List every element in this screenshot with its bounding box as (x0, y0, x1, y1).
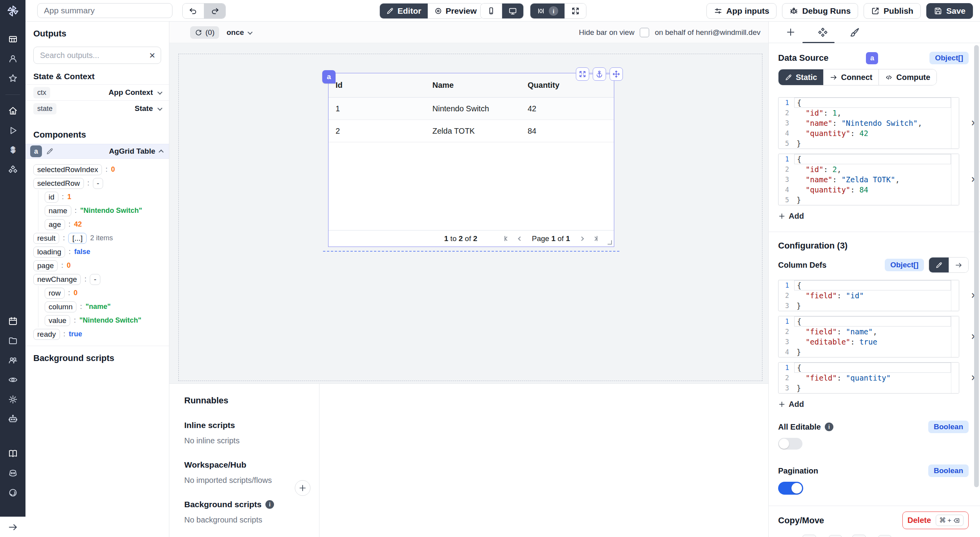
output-key-pill[interactable]: selectedRow (33, 178, 84, 189)
tab-editor[interactable]: Editor (380, 4, 428, 18)
output-key-pill[interactable]: loading (33, 247, 65, 258)
table-cell: Nintendo Switch (425, 104, 521, 113)
column-def-json-editor[interactable]: 1{2 "field": "name",3 "editable": true4} (778, 316, 959, 357)
info-icon[interactable]: i (265, 500, 274, 509)
editor-preview-toggle: Editor Preview (379, 3, 483, 19)
sidebar-item-home-icon[interactable] (8, 106, 18, 116)
output-key-pill[interactable]: age (45, 219, 65, 230)
sidebar-item-dollar-icon[interactable] (8, 145, 18, 155)
info-icon[interactable]: i (825, 423, 833, 431)
hide-bar-checkbox[interactable] (640, 28, 649, 37)
publish-button[interactable]: Publish (864, 3, 921, 19)
static-tab[interactable]: Static (779, 69, 823, 85)
desktop-view-button[interactable] (502, 4, 523, 18)
sidebar-item-apps-icon[interactable] (8, 34, 18, 44)
output-key-pill[interactable]: newChange (33, 274, 81, 285)
delete-component-button[interactable]: Delete ⌘+ (902, 512, 969, 529)
expand-sidebar-button[interactable] (8, 522, 18, 532)
scrollbar-thumb[interactable] (974, 45, 979, 487)
output-item-selectedRow: selectedRow:- (33, 176, 161, 190)
add-background-script-button[interactable] (295, 480, 310, 496)
sidebar-item-play-icon[interactable] (8, 125, 18, 136)
undo-button[interactable] (183, 4, 204, 18)
table-row[interactable]: 2Zelda TOTK84 (328, 120, 614, 142)
mobile-view-button[interactable] (481, 4, 502, 18)
sidebar-item-github-icon[interactable] (8, 488, 18, 498)
coldefs-connect-button[interactable] (949, 258, 968, 272)
tab-preview[interactable]: Preview (428, 4, 483, 18)
table-row[interactable]: 1Nintendo Switch42 (328, 98, 614, 120)
sidebar-item-groups-icon[interactable] (8, 355, 18, 365)
sidebar-item-discord-icon[interactable] (8, 468, 18, 478)
column-header[interactable]: Id (328, 81, 425, 90)
compute-tab[interactable]: Compute (878, 69, 936, 85)
anchor-component-button[interactable] (593, 67, 606, 81)
clear-search-icon[interactable]: × (149, 50, 155, 60)
add-column-def-button[interactable]: Add (778, 400, 825, 409)
colon: : (105, 165, 107, 174)
output-value-pill[interactable]: - (93, 178, 103, 189)
app-inputs-button[interactable]: App inputs (706, 3, 777, 19)
sidebar-item-star-icon[interactable] (8, 73, 18, 83)
toggle-outputs-button[interactable]: i (530, 4, 564, 18)
output-key-pill[interactable]: name (45, 205, 71, 216)
output-key-pill[interactable]: selectedRowIndex (33, 164, 102, 175)
edit-id-icon[interactable] (46, 147, 54, 155)
output-key-pill[interactable]: value (45, 315, 70, 326)
component-settings-tab[interactable] (817, 27, 828, 38)
column-def-json-editor[interactable]: 1{2 "field": "id"3} (778, 280, 959, 311)
data-source-json-editor[interactable]: 1{2 "id": 2,3 "name": "Zelda TOTK",4 "qu… (778, 154, 959, 205)
prev-page-button[interactable] (519, 237, 522, 240)
component-header-row[interactable]: a AgGrid Table (25, 144, 169, 159)
search-outputs-input[interactable] (39, 51, 149, 60)
canvas-component-badge[interactable]: a (322, 70, 336, 83)
sidebar-item-gear-icon[interactable] (8, 394, 18, 405)
resize-handle[interactable] (608, 240, 612, 245)
expand-component-button[interactable] (576, 67, 589, 81)
all-editable-toggle[interactable] (778, 438, 802, 450)
outputs-panel: Outputs × State & Context ctx App Contex… (25, 22, 169, 537)
sidebar-item-book-icon[interactable] (8, 448, 18, 459)
sidebar-item-cubes-icon[interactable] (8, 165, 18, 175)
next-page-button[interactable] (580, 237, 583, 240)
coldefs-edit-button[interactable] (929, 258, 949, 272)
styling-tab[interactable] (849, 27, 860, 38)
insert-component-tab[interactable] (785, 27, 796, 38)
output-key-pill[interactable]: page (33, 260, 58, 271)
move-component-button[interactable] (610, 67, 623, 81)
output-key-pill[interactable]: id (45, 192, 58, 203)
app-canvas[interactable]: a IdNameQuantity 1Nintendo Switch422Zeld… (169, 43, 768, 383)
output-value-pill[interactable]: [...] (68, 233, 86, 244)
data-source-json-editor[interactable]: 1{2 "id": 1,3 "name": "Nintendo Switch",… (778, 97, 959, 149)
column-header[interactable]: Quantity (521, 81, 614, 90)
windmill-logo-icon[interactable] (0, 0, 25, 22)
schedule-dropdown[interactable]: once (227, 26, 251, 39)
connect-tab[interactable]: Connect (823, 69, 878, 85)
sidebar-item-folder-icon[interactable] (8, 336, 18, 346)
output-key-pill[interactable]: column (45, 301, 76, 312)
sidebar-item-calendar-icon[interactable] (8, 316, 18, 326)
output-key-pill[interactable]: result (33, 233, 59, 244)
output-key-pill[interactable]: ready (33, 329, 60, 340)
output-value-pill[interactable]: - (90, 274, 100, 285)
sidebar-item-robot-icon[interactable] (8, 414, 18, 424)
aggrid-table-component[interactable]: IdNameQuantity 1Nintendo Switch422Zelda … (328, 73, 614, 247)
save-button[interactable]: Save (926, 3, 973, 19)
app-summary-input[interactable] (37, 3, 172, 18)
state-row[interactable]: state State (25, 100, 169, 116)
pagination-toggle[interactable] (778, 482, 803, 495)
column-header[interactable]: Name (425, 81, 521, 90)
debug-runs-button[interactable]: Debug Runs (782, 3, 858, 19)
ctx-row[interactable]: ctx App Context (25, 84, 169, 100)
refresh-button[interactable]: (0) (190, 26, 219, 39)
last-page-button[interactable] (593, 236, 597, 241)
redo-button[interactable] (204, 4, 225, 18)
first-page-button[interactable] (505, 236, 508, 241)
pagination-label: Pagination (778, 466, 818, 475)
output-key-pill[interactable]: row (45, 288, 65, 299)
sidebar-item-eye-icon[interactable] (8, 375, 18, 385)
column-def-json-editor[interactable]: 1{2 "field": "quantity"3} (778, 362, 959, 394)
add-data-source-item-button[interactable]: Add (778, 212, 825, 221)
fullscreen-button[interactable] (564, 4, 586, 18)
sidebar-item-user-icon[interactable] (8, 54, 18, 64)
